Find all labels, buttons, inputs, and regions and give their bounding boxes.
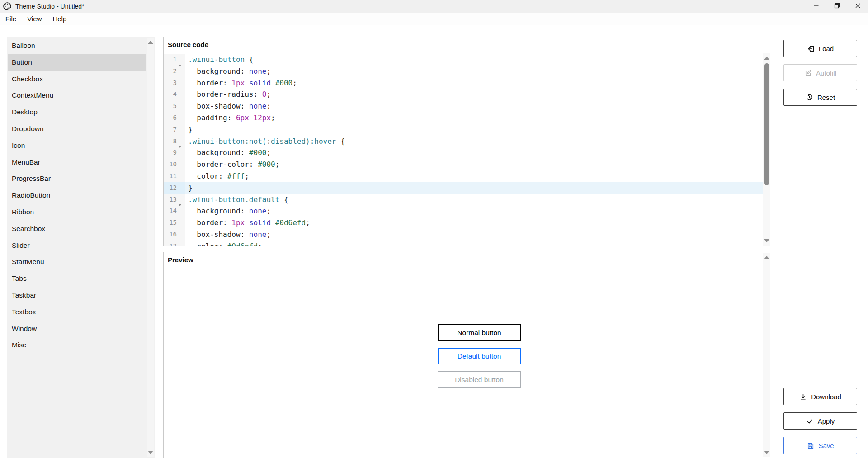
code-line-16[interactable]: 16 box-shadow: none; <box>164 229 763 241</box>
menubar: FileViewHelp <box>0 13 868 25</box>
autofill-button: Autofill <box>783 64 857 81</box>
code-text: border: 1px solid #0d6efd; <box>185 217 310 229</box>
menu-view[interactable]: View <box>22 13 47 25</box>
code-line-14[interactable]: 14 background: none; <box>164 205 763 217</box>
scroll-up-icon[interactable] <box>148 41 153 44</box>
code-line-5[interactable]: 5 box-shadow: none; <box>164 100 763 112</box>
normal-preview-button[interactable]: Normal button <box>438 324 521 341</box>
sidebar-item-textbox[interactable]: Textbox <box>8 304 146 321</box>
scroll-up-icon[interactable] <box>764 256 769 259</box>
sidebar-item-tabs[interactable]: Tabs <box>8 270 146 287</box>
restore-button[interactable] <box>826 0 847 13</box>
sidebar-item-desktop[interactable]: Desktop <box>8 104 146 121</box>
code-line-15[interactable]: 15 border: 1px solid #0d6efd; <box>164 217 763 229</box>
gutter: 7 <box>164 124 185 136</box>
minimize-icon <box>813 2 820 11</box>
line-number: 5 <box>173 100 177 112</box>
sidebar-item-contextmenu[interactable]: ContextMenu <box>8 87 146 104</box>
code-line-6[interactable]: 6 padding: 6px 12px; <box>164 112 763 124</box>
source-scrollbar[interactable] <box>763 53 770 246</box>
reset-button[interactable]: Reset <box>783 89 857 106</box>
line-number: 16 <box>169 229 177 241</box>
code-editor[interactable]: 1.winui-button {2 background: none;3 bor… <box>164 53 763 246</box>
palette-icon <box>3 2 12 11</box>
scroll-up-icon[interactable] <box>764 57 769 60</box>
disabled-preview-button: Disabled button <box>438 371 521 388</box>
gutter: 6 <box>164 112 185 124</box>
load-button[interactable]: Load <box>783 40 857 57</box>
gutter: 2 <box>164 66 185 77</box>
sidebar-item-menubar[interactable]: MenuBar <box>8 154 146 171</box>
gutter: 16 <box>164 229 185 241</box>
scroll-down-icon[interactable] <box>148 451 153 454</box>
line-number: 10 <box>169 159 177 170</box>
code-line-1[interactable]: 1.winui-button { <box>164 54 763 66</box>
source-code-panel: Source code 1.winui-button {2 background… <box>163 37 771 246</box>
sidebar-item-dropdown[interactable]: Dropdown <box>8 121 146 137</box>
gutter: 12 <box>164 182 185 194</box>
scroll-down-icon[interactable] <box>764 451 769 454</box>
code-text: padding: 6px 12px; <box>185 112 275 124</box>
gutter: 15 <box>164 217 185 229</box>
code-line-8[interactable]: 8.winui-button:not(:disabled):hover { <box>164 136 763 147</box>
default-preview-button[interactable]: Default button <box>438 348 521 364</box>
sidebar-item-checkbox[interactable]: Checkbox <box>8 71 146 88</box>
close-button[interactable] <box>847 0 868 13</box>
preview-title: Preview <box>168 256 193 264</box>
code-text: color: #0d6efd; <box>185 241 262 246</box>
menu-file[interactable]: File <box>0 13 22 25</box>
code-line-9[interactable]: 9 background: #000; <box>164 147 763 159</box>
sidebar-item-misc[interactable]: Misc <box>8 337 146 354</box>
gutter: 10 <box>164 159 185 170</box>
gutter: 4 <box>164 89 185 100</box>
code-text: box-shadow: none; <box>185 229 271 241</box>
sidebar-item-slider[interactable]: Slider <box>8 237 146 254</box>
code-line-4[interactable]: 4 border-radius: 0; <box>164 89 763 100</box>
button-label: Save <box>818 442 834 449</box>
sidebar-item-taskbar[interactable]: Taskbar <box>8 287 146 304</box>
sidebar-item-radiobutton[interactable]: RadioButton <box>8 187 146 204</box>
code-text: } <box>185 182 193 194</box>
code-line-13[interactable]: 13.winui-button.default { <box>164 194 763 206</box>
sidebar-item-balloon[interactable]: Balloon <box>8 38 146 54</box>
code-line-12[interactable]: 12} <box>164 182 763 194</box>
line-number: 6 <box>173 112 177 124</box>
load-icon <box>807 45 815 52</box>
sidebar-item-button[interactable]: Button <box>8 54 146 71</box>
minimize-button[interactable] <box>806 0 826 13</box>
code-line-2[interactable]: 2 background: none; <box>164 66 763 77</box>
scroll-down-icon[interactable] <box>764 239 769 242</box>
sidebar-item-progressbar[interactable]: ProgressBar <box>8 170 146 187</box>
menu-help[interactable]: Help <box>47 13 72 25</box>
line-number: 13 <box>169 194 177 206</box>
save-icon <box>807 442 814 449</box>
download-button[interactable]: Download <box>783 388 857 405</box>
scrollbar-thumb[interactable] <box>764 63 769 185</box>
code-line-3[interactable]: 3 border: 1px solid #000; <box>164 77 763 89</box>
code-line-11[interactable]: 11 color: #fff; <box>164 170 763 182</box>
button-label: Apply <box>818 417 835 425</box>
code-text: background: none; <box>185 66 271 77</box>
line-number: 15 <box>169 217 177 229</box>
code-line-17[interactable]: 17 color: #0d6efd; <box>164 241 763 246</box>
sidebar-item-window[interactable]: Window <box>8 321 146 337</box>
gutter: 9 <box>164 147 185 159</box>
sidebar-item-icon[interactable]: Icon <box>8 137 146 154</box>
source-code-title: Source code <box>168 41 208 48</box>
button-label: Download <box>811 393 841 401</box>
preview-scrollbar[interactable] <box>763 253 770 457</box>
sidebar-item-ribbon[interactable]: Ribbon <box>8 204 146 221</box>
gutter: 5 <box>164 100 185 112</box>
restore-icon <box>834 2 840 11</box>
sidebar-item-startmenu[interactable]: StartMenu <box>8 254 146 270</box>
save-button[interactable]: Save <box>783 437 857 454</box>
gutter: 14 <box>164 205 185 217</box>
code-line-10[interactable]: 10 border-color: #000; <box>164 159 763 170</box>
sidebar-scrollbar[interactable] <box>147 38 154 457</box>
sidebar-item-searchbox[interactable]: Searchbox <box>8 221 146 237</box>
apply-icon <box>806 417 814 425</box>
gutter: 17 <box>164 241 185 246</box>
apply-button[interactable]: Apply <box>783 412 857 430</box>
code-line-7[interactable]: 7} <box>164 124 763 136</box>
gutter: 11 <box>164 170 185 182</box>
